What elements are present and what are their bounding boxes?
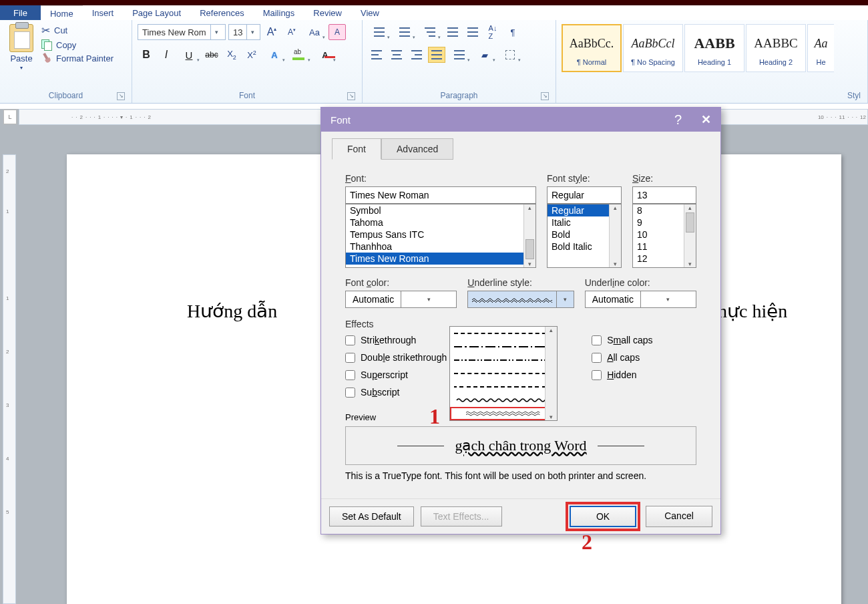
vertical-ruler[interactable]: 2 1 1 2 3 4 5 — [3, 154, 16, 604]
tab-font[interactable]: Font — [332, 138, 381, 160]
strike-button[interactable]: abc — [203, 47, 220, 63]
dialog-title-bar[interactable]: Font ? ✕ — [321, 108, 720, 132]
underline-option[interactable] — [450, 327, 557, 340]
style-heading-2[interactable]: AABBCHeading 2 — [746, 24, 806, 72]
tab-mailings[interactable]: Mailings — [254, 5, 304, 20]
tab-view[interactable]: View — [351, 5, 389, 20]
font-style-listbox[interactable]: Regular Italic Bold Bold Italic ▴▾ — [547, 204, 622, 268]
subscript-button[interactable]: X2 — [223, 47, 240, 63]
chevron-down-icon[interactable]: ▾ — [210, 25, 220, 39]
dialog-launcher-icon[interactable]: ↘ — [117, 92, 125, 100]
set-default-button[interactable]: Set As Default — [329, 506, 414, 526]
line-spacing-button[interactable]: ▾ — [448, 47, 471, 63]
list-item[interactable]: Tempus Sans ITC — [346, 229, 535, 241]
chevron-down-icon[interactable]: ▾ — [528, 261, 531, 267]
tab-review[interactable]: Review — [304, 5, 351, 20]
subscript-checkbox[interactable]: Subscript — [345, 387, 450, 398]
copy-button[interactable]: Copy — [41, 39, 114, 50]
style-more[interactable]: AaHe — [807, 24, 834, 72]
underline-option[interactable] — [450, 353, 557, 367]
paste-button[interactable]: Paste ▾ — [5, 24, 37, 71]
scrollbar[interactable]: ▴▾ — [523, 204, 535, 267]
align-left-button[interactable] — [368, 47, 385, 63]
format-painter-button[interactable]: Format Painter — [41, 53, 114, 63]
increase-indent-button[interactable] — [464, 24, 481, 40]
close-icon[interactable]: ✕ — [701, 112, 711, 127]
chevron-up-icon[interactable]: ▴ — [528, 204, 531, 211]
chevron-down-icon[interactable]: ▾ — [614, 261, 617, 267]
cut-button[interactable]: ✂Cut — [41, 24, 114, 37]
font-size-combo[interactable]: 13▾ — [228, 24, 260, 40]
chevron-up-icon[interactable]: ▴ — [688, 204, 692, 211]
underline-option[interactable] — [450, 380, 557, 394]
chevron-up-icon[interactable]: ▴ — [614, 204, 617, 211]
chevron-down-icon[interactable]: ▾ — [550, 414, 553, 420]
superscript-button[interactable]: X2 — [243, 47, 260, 63]
tab-file[interactable]: File — [0, 5, 41, 20]
scrollbar[interactable]: ▴▾ — [684, 204, 696, 267]
font-color-button[interactable]: A▾ — [314, 47, 337, 63]
list-item[interactable]: Thanhhoa — [346, 241, 535, 253]
grow-font-button[interactable]: A▴ — [263, 24, 280, 40]
style-no-spacing[interactable]: AaBbCcl¶ No Spacing — [623, 24, 683, 72]
hidden-checkbox[interactable]: Hidden — [592, 369, 696, 380]
underline-option[interactable] — [450, 407, 557, 420]
underline-button[interactable]: U▾ — [178, 47, 200, 63]
text-effects-button[interactable]: A▾ — [263, 47, 286, 63]
tab-references[interactable]: References — [190, 5, 253, 20]
chevron-down-icon[interactable]: ▾ — [556, 291, 573, 307]
list-item[interactable]: Tahoma — [346, 216, 535, 229]
clear-format-button[interactable]: A — [329, 24, 346, 40]
font-listbox[interactable]: Symbol Tahoma Tempus Sans ITC Thanhhoa T… — [345, 204, 536, 268]
chevron-down-icon[interactable]: ▾ — [246, 25, 256, 39]
tab-insert[interactable]: Insert — [83, 5, 124, 20]
highlight-button[interactable]: ▾ — [288, 47, 311, 63]
superscript-checkbox[interactable]: Superscript — [345, 369, 450, 380]
underline-style-dropdown[interactable]: ▾ — [467, 291, 574, 308]
text-effects-button[interactable]: Text Effects... — [421, 506, 502, 526]
cancel-button[interactable]: Cancel — [646, 506, 712, 527]
all-caps-checkbox[interactable]: All caps — [592, 352, 696, 363]
scrollbar[interactable]: ▴▾ — [609, 204, 621, 267]
underline-option[interactable] — [450, 394, 557, 407]
decrease-indent-button[interactable] — [444, 24, 461, 40]
tab-page-layout[interactable]: Page Layout — [123, 5, 190, 20]
shrink-font-button[interactable]: A▾ — [283, 24, 300, 40]
ok-button[interactable]: OK — [570, 506, 636, 527]
underline-option[interactable] — [450, 340, 557, 353]
chevron-down-icon[interactable]: ▾ — [401, 291, 456, 307]
chevron-down-icon[interactable]: ▾ — [688, 261, 692, 267]
align-center-button[interactable] — [388, 47, 405, 63]
multilevel-list-button[interactable]: ▾ — [419, 24, 441, 40]
italic-button[interactable]: I — [158, 47, 175, 63]
size-input[interactable] — [632, 186, 696, 204]
show-marks-button[interactable]: ¶ — [504, 24, 521, 40]
ruler-corner[interactable]: L — [3, 110, 17, 124]
help-icon[interactable]: ? — [674, 112, 682, 128]
chevron-up-icon[interactable]: ▴ — [550, 327, 553, 333]
bullet-list-button[interactable]: ▾ — [368, 24, 391, 40]
dialog-launcher-icon[interactable]: ↘ — [347, 92, 355, 100]
font-style-input[interactable] — [547, 186, 622, 204]
underline-option[interactable] — [450, 367, 557, 380]
small-caps-checkbox[interactable]: Small caps — [592, 335, 696, 345]
justify-button[interactable] — [428, 47, 445, 63]
align-right-button[interactable] — [408, 47, 425, 63]
style-normal[interactable]: AaBbCc.¶ Normal — [562, 24, 622, 72]
chevron-down-icon[interactable]: ▾ — [640, 291, 696, 307]
borders-button[interactable]: ▾ — [499, 47, 521, 63]
scrollbar[interactable]: ▴▾ — [545, 327, 557, 420]
change-case-button[interactable]: Aa▾ — [303, 24, 326, 40]
sort-button[interactable]: A↓Z — [484, 24, 501, 40]
font-input[interactable] — [345, 186, 536, 204]
number-list-button[interactable]: ▾ — [393, 24, 416, 40]
list-item[interactable]: Symbol — [346, 204, 535, 216]
dialog-launcher-icon[interactable]: ↘ — [541, 92, 549, 100]
underline-color-dropdown[interactable]: Automatic▾ — [585, 291, 696, 308]
bold-button[interactable]: B — [138, 47, 155, 63]
underline-style-popup[interactable]: ▴▾ — [449, 326, 558, 421]
tab-home[interactable]: Home — [41, 5, 83, 20]
tab-advanced[interactable]: Advanced — [381, 138, 453, 160]
size-listbox[interactable]: 8 9 10 11 12 ▴▾ — [632, 204, 696, 268]
font-name-combo[interactable]: Times New Rom▾ — [138, 24, 226, 40]
